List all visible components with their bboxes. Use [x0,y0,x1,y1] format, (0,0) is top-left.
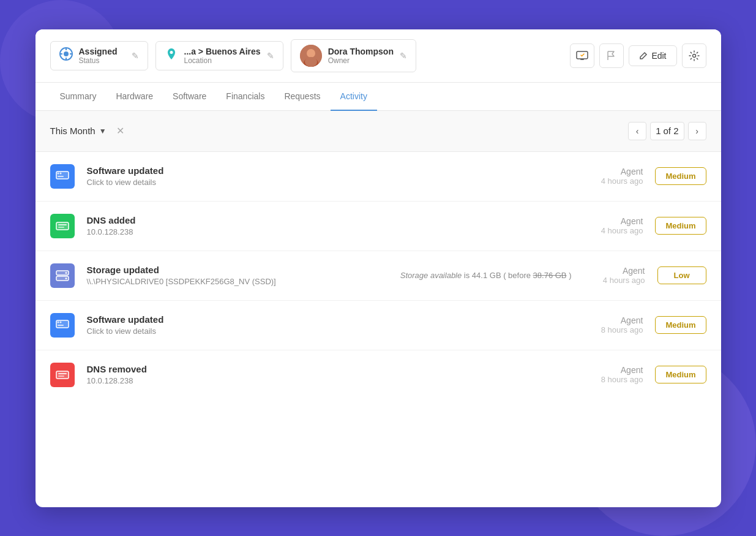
severity-badge-dns2: Medium [655,366,706,383]
activity-item-sw2: Software updated Click to view details A… [36,301,721,350]
activity-item-sw1: Software updated Click to view details A… [36,152,721,202]
page-current: 1 [656,126,661,136]
agent-name-dns1: Agent [582,216,643,226]
settings-icon-btn[interactable] [682,43,706,68]
activity-title-dns2: DNS removed [87,364,570,374]
close-filter-icon[interactable]: ✕ [116,125,124,137]
agent-time-storage1: 4 hours ago [584,276,645,285]
svg-point-25 [65,277,67,279]
activity-title-dns1: DNS added [87,215,570,225]
location-label: ...a > Buenos Aires [184,47,261,56]
asset-header: Assigned Status ✎ ...a > Buenos Aires Lo… [36,29,721,83]
tab-software[interactable]: Software [163,83,216,111]
prev-page-btn[interactable]: ‹ [628,122,646,140]
activity-sub-dns2: 10.0.128.238 [87,376,570,385]
header-actions: Edit [570,43,706,68]
storage-is: is 44.1 GB ( before [464,271,533,280]
filter-pill[interactable]: This Month ▼ [50,126,107,136]
activity-icon-storage1 [50,263,75,288]
severity-badge-storage1: Low [657,266,706,284]
agent-name-dns2: Agent [582,365,643,375]
location-icon [165,47,178,64]
tab-activity[interactable]: Activity [331,83,377,111]
main-card: Assigned Status ✎ ...a > Buenos Aires Lo… [36,29,721,507]
storage-italic: Storage available [400,271,462,280]
chevron-down-icon: ▼ [99,127,107,135]
svg-rect-20 [58,224,67,225]
activity-content-sw1: Software updated Click to view details [87,165,570,187]
svg-rect-19 [56,222,69,230]
agent-info-dns2: Agent 8 hours ago [582,365,643,384]
severity-badge-sw1: Medium [655,167,706,185]
svg-point-17 [59,172,61,174]
tab-requests[interactable]: Requests [274,83,330,111]
activity-icon-sw2 [50,313,75,338]
page-info: 1 of 2 [650,122,684,140]
svg-rect-21 [58,227,64,228]
activity-icon-dns2 [50,363,75,387]
owner-role: Owner [328,56,394,65]
agent-name-sw1: Agent [582,167,643,176]
agent-time-dns2: 8 hours ago [582,375,643,384]
storage-detail: Storage available is 44.1 GB ( before 38… [400,271,572,280]
activity-item-dns2: DNS removed 10.0.128.238 Agent 8 hours a… [36,350,721,399]
activity-item-storage1: Storage updated \\.\PHYSICALDRIVE0 [SSDP… [36,251,721,301]
svg-rect-32 [58,376,64,377]
monitor-icon-btn[interactable] [570,43,594,68]
svg-point-8 [307,49,315,58]
svg-rect-30 [56,371,69,379]
activity-sub-dns1: 10.0.128.238 [87,227,570,236]
activity-filter-bar: This Month ▼ ✕ ‹ 1 of 2 › [36,111,721,152]
storage-end: ) [569,271,571,280]
activity-content-dns1: DNS added 10.0.128.238 [87,215,570,236]
agent-info-sw2: Agent 8 hours ago [582,315,643,334]
severity-badge-sw2: Medium [655,316,706,334]
status-icon [59,47,73,64]
owner-edit-icon[interactable]: ✎ [400,51,407,61]
svg-rect-29 [58,325,64,326]
tab-hardware[interactable]: Hardware [106,83,163,111]
activity-sub-sw1: Click to view details [87,178,570,187]
activity-title-sw2: Software updated [87,314,570,325]
activity-title-storage1: Storage updated [87,265,373,275]
agent-info-dns1: Agent 4 hours ago [582,216,643,235]
agent-time-dns1: 4 hours ago [582,226,643,235]
tab-summary[interactable]: Summary [50,83,107,111]
severity-badge-dns1: Medium [655,217,706,235]
svg-point-16 [57,172,59,174]
location-edit-icon[interactable]: ✎ [267,51,274,61]
owner-avatar [300,45,322,67]
svg-point-1 [64,51,69,56]
storage-before: 38.76 GB [533,271,567,280]
svg-point-27 [57,321,59,323]
nav-tabs: Summary Hardware Software Financials Req… [36,83,721,111]
page-of: of 2 [663,126,678,136]
location-sub: Location [184,56,261,65]
next-page-btn[interactable]: › [688,122,706,140]
tab-financials[interactable]: Financials [216,83,274,111]
activity-icon-dns1 [50,214,75,238]
activity-icon-sw1 [50,164,75,189]
activity-content-sw2: Software updated Click to view details [87,314,570,336]
owner-name: Dora Thompson [328,47,394,56]
svg-rect-18 [58,176,64,177]
agent-name-storage1: Agent [584,266,645,276]
activity-path-storage1: \\.\PHYSICALDRIVE0 [SSDPEKKF256G8_NV (SS… [87,277,373,286]
svg-point-24 [65,272,67,274]
svg-point-28 [59,321,61,323]
agent-name-sw2: Agent [582,315,643,325]
agent-time-sw2: 8 hours ago [582,325,643,334]
edit-label: Edit [651,51,666,61]
activity-item-dns1: DNS added 10.0.128.238 Agent 4 hours ago… [36,202,721,251]
status-sub: Status [79,56,118,65]
agent-info-sw1: Agent 4 hours ago [582,167,643,186]
owner-chip[interactable]: Dora Thompson Owner ✎ [291,39,416,72]
edit-button[interactable]: Edit [629,45,676,66]
flag-icon-btn[interactable] [599,43,624,68]
status-chip[interactable]: Assigned Status ✎ [50,41,148,70]
location-chip[interactable]: ...a > Buenos Aires Location ✎ [155,41,283,70]
status-edit-icon[interactable]: ✎ [132,51,139,61]
pagination: ‹ 1 of 2 › [628,122,706,140]
svg-point-14 [692,54,695,57]
activity-title-sw1: Software updated [87,165,570,176]
